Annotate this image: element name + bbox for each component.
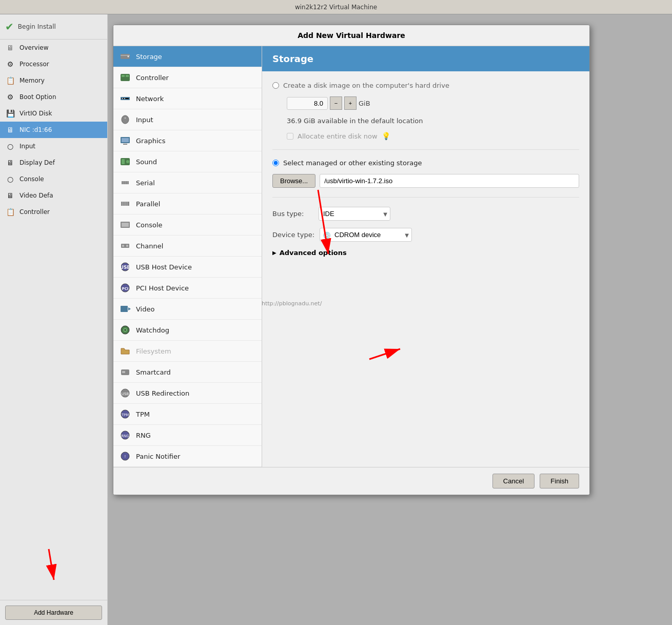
hw-item-label: Smartcard: [136, 368, 171, 376]
sidebar-item-label: VirtIO Disk: [19, 110, 52, 117]
svg-text:!: !: [125, 455, 126, 459]
hw-item-graphics[interactable]: Graphics: [113, 130, 262, 151]
hw-item-label: USB Redirection: [136, 389, 189, 397]
title-bar: win2k12r2 Virtual Machine: [0, 0, 672, 14]
create-disk-label: Create a disk image on the computer's ha…: [283, 82, 449, 89]
bus-type-select-wrapper: IDE SCSI USB SATA VirtIO ▼: [319, 207, 390, 221]
hw-item-panic-notifier[interactable]: ! Panic Notifier: [113, 446, 262, 467]
sidebar-item-nic[interactable]: 🖥 NIC :d1:66: [0, 122, 107, 138]
sidebar-item-boot-option[interactable]: ⚙ Boot Option: [0, 89, 107, 105]
finish-button[interactable]: Finish: [540, 474, 579, 489]
sidebar-item-controller[interactable]: 📋 Controller: [0, 204, 107, 220]
rng-list-icon: RNG: [120, 429, 131, 441]
hw-item-network[interactable]: Network: [113, 88, 262, 109]
sidebar-item-label: Controller: [19, 208, 50, 216]
hw-item-parallel[interactable]: Parallel: [113, 193, 262, 214]
sidebar-item-label: Processor: [19, 61, 49, 68]
sidebar-item-overview[interactable]: 🖥 Overview: [0, 40, 107, 56]
hw-item-serial[interactable]: Serial: [113, 172, 262, 193]
sidebar-item-virtio-disk[interactable]: 💾 VirtIO Disk: [0, 105, 107, 122]
watchdog-list-icon: [120, 324, 131, 336]
disk-size-increment[interactable]: +: [344, 96, 357, 110]
svg-marker-36: [128, 307, 131, 310]
advanced-options-section[interactable]: ▶ Advanced options: [272, 249, 579, 257]
select-storage-row: Select managed or other existing storage: [272, 159, 579, 167]
hw-item-label: Parallel: [136, 200, 160, 208]
hw-item-input[interactable]: Input: [113, 109, 262, 130]
dialog-footer: Cancel Finish: [113, 467, 589, 495]
sidebar-item-memory[interactable]: 📋 Memory: [0, 72, 107, 89]
sidebar-item-label: Overview: [19, 44, 49, 51]
select-storage-radio[interactable]: [272, 160, 279, 166]
add-hardware-button[interactable]: Add Hardware: [5, 606, 102, 620]
filesystem-list-icon: [120, 345, 131, 357]
hw-item-usb-redirection[interactable]: USB USB Redirection: [113, 383, 262, 404]
hw-item-controller[interactable]: Controller: [113, 67, 262, 88]
create-disk-radio[interactable]: [272, 82, 279, 89]
dialog-body: Storage Controller Network: [113, 46, 589, 467]
browse-button[interactable]: Browse...: [272, 174, 315, 188]
video-list-icon: [120, 303, 131, 315]
sidebar-list: 🖥 Overview ⚙ Processor 📋 Memory ⚙ Boot O…: [0, 40, 107, 600]
disk-size-row: − + GiB: [287, 96, 579, 110]
hw-item-sound[interactable]: Sound: [113, 151, 262, 172]
sidebar-item-label: Display Def: [19, 159, 55, 166]
sidebar-item-display[interactable]: 🖥 Display Def: [0, 154, 107, 171]
disk-size-input[interactable]: [287, 97, 328, 110]
serial-list-icon: [120, 177, 131, 188]
storage-config-body: Create a disk image on the computer's ha…: [262, 71, 589, 467]
allocate-checkbox[interactable]: [287, 133, 293, 140]
dialog-title: Add New Virtual Hardware: [113, 25, 589, 46]
gib-label: GiB: [359, 100, 370, 107]
bus-type-label: Bus type:: [272, 210, 313, 218]
hw-item-label: Console: [136, 221, 163, 229]
hw-item-console[interactable]: Console: [113, 214, 262, 236]
svg-point-10: [122, 115, 129, 124]
advanced-options-label: Advanced options: [280, 249, 347, 257]
allocate-label: Allocate entire disk now: [298, 132, 378, 140]
hw-item-tpm[interactable]: TPM TPM: [113, 404, 262, 425]
hw-item-label: Serial: [136, 179, 155, 187]
svg-text:TPM: TPM: [121, 413, 129, 417]
hw-item-usb-host-device[interactable]: USB USB Host Device: [113, 257, 262, 278]
left-panel: ✔ Begin Install 🖥 Overview ⚙ Processor 📋…: [0, 14, 108, 625]
select-storage-label: Select managed or other existing storage: [283, 159, 422, 167]
hw-item-video[interactable]: Video: [113, 299, 262, 320]
hw-item-smartcard[interactable]: Smartcard: [113, 362, 262, 383]
display-icon: 🖥: [5, 158, 15, 168]
smartcard-list-icon: [120, 366, 131, 378]
hw-item-watchdog[interactable]: Watchdog: [113, 320, 262, 341]
cancel-button[interactable]: Cancel: [492, 474, 535, 489]
hw-item-label: Sound: [136, 158, 157, 166]
hw-item-pci-host-device[interactable]: PCI PCI Host Device: [113, 278, 262, 299]
hw-item-label: RNG: [136, 432, 151, 439]
bus-type-select[interactable]: IDE SCSI USB SATA VirtIO: [319, 207, 390, 221]
svg-rect-14: [123, 144, 127, 145]
browse-row: Browse...: [272, 174, 579, 188]
hw-item-label: USB Host Device: [136, 263, 192, 271]
sidebar-item-video[interactable]: 🖥 Video Defa: [0, 187, 107, 204]
controller-list-icon: [120, 72, 131, 83]
sound-list-icon: [120, 156, 131, 167]
hw-item-label: Input: [136, 116, 153, 124]
pci-list-icon: PCI: [120, 282, 131, 294]
hw-item-label: Network: [136, 95, 164, 103]
hw-item-rng[interactable]: RNG RNG: [113, 425, 262, 446]
hw-item-storage[interactable]: Storage: [113, 46, 262, 67]
content-header: Storage: [262, 46, 589, 71]
channel-list-icon: [120, 240, 131, 251]
sidebar-item-processor[interactable]: ⚙ Processor: [0, 56, 107, 72]
device-type-select[interactable]: CDROM device Disk device LUN Passthrough: [320, 228, 412, 242]
controller-sidebar-icon: 📋: [5, 207, 15, 217]
hw-item-channel[interactable]: Channel: [113, 236, 262, 257]
console-list-icon: [120, 219, 131, 230]
panic-list-icon: !: [120, 451, 131, 462]
disk-size-decrement[interactable]: −: [330, 96, 342, 110]
add-hardware-area: Add Hardware: [0, 600, 107, 625]
sidebar-item-console[interactable]: ○ Console: [0, 171, 107, 187]
svg-rect-35: [121, 306, 128, 312]
sidebar-item-input[interactable]: ○ Input: [0, 138, 107, 154]
hw-item-label: Controller: [136, 74, 169, 82]
storage-path-input[interactable]: [320, 174, 579, 188]
hw-item-label: Panic Notifier: [136, 453, 180, 460]
